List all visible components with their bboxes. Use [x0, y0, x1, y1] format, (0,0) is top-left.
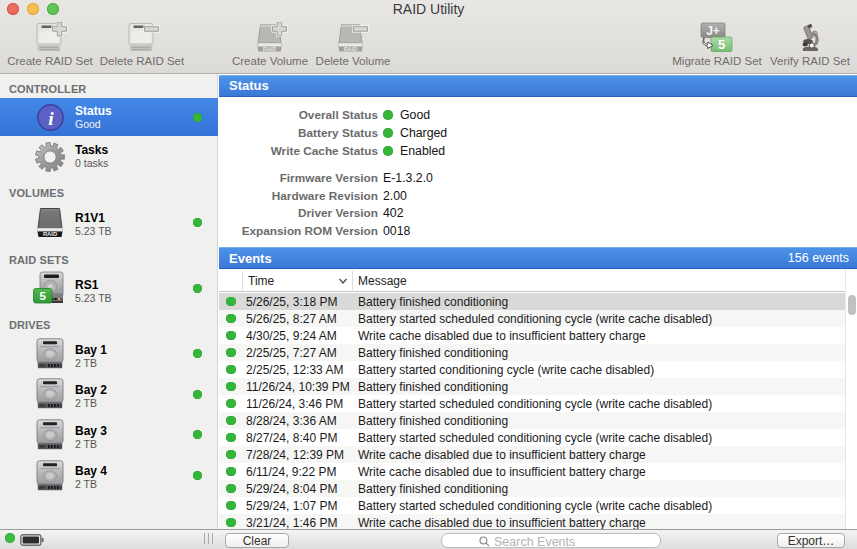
- svg-text:i: i: [48, 107, 54, 128]
- svg-text:5: 5: [718, 37, 725, 52]
- svg-text:5: 5: [39, 290, 46, 302]
- svg-text:RAID: RAID: [344, 46, 357, 52]
- svg-text:RAID: RAID: [43, 231, 57, 237]
- svg-text:RAID: RAID: [263, 46, 276, 52]
- svg-text:J+: J+: [706, 24, 720, 38]
